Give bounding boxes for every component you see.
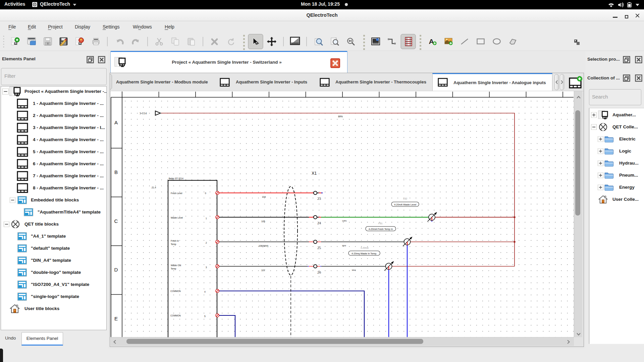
svg-text:Z1.4: Z1.4 — [152, 186, 156, 189]
svg-text:105: 105 — [261, 220, 265, 223]
svg-text:Temp: Temp — [171, 267, 176, 270]
svg-text:Beijer ST-3214: Beijer ST-3214 — [169, 177, 183, 180]
svg-text:GRN: GRN — [342, 220, 346, 222]
svg-text:Waste Level: Waste Level — [171, 217, 183, 219]
svg-text:Fresh Level: Fresh Level — [171, 192, 182, 194]
svg-text:0: 0 — [205, 192, 206, 194]
svg-text:4-20mA Fresh Temp In: 4-20mA Fresh Temp In — [369, 228, 393, 231]
svg-text:B: B — [114, 169, 118, 175]
svg-text:A: A — [114, 120, 118, 125]
svg-text:3: 3 — [206, 266, 207, 268]
svg-text:4-20mA: 4-20mA — [361, 247, 369, 249]
svg-text:1: 1 — [206, 217, 207, 220]
svg-text:COMMON: COMMON — [170, 314, 181, 317]
svg-text:FS1: FS1 — [378, 222, 383, 225]
svg-text:2: 2 — [206, 242, 207, 244]
svg-text:D: D — [114, 267, 118, 273]
svg-text:25: 25 — [317, 246, 321, 250]
svg-text:4: 4 — [204, 291, 206, 293]
svg-text:107: 107 — [261, 269, 265, 272]
svg-text:WHI: WHI — [352, 269, 356, 271]
svg-text:BRN: BRN — [338, 115, 343, 118]
svg-text:24: 24 — [317, 221, 321, 225]
svg-text:LS2: LS2 — [403, 197, 407, 200]
svg-text:5: 5 — [204, 315, 206, 317]
svg-text:Fresh In: Fresh In — [171, 240, 179, 242]
svg-text:C: C — [114, 218, 118, 224]
svg-text:COMMON: COMMON — [170, 290, 181, 292]
svg-text:23: 23 — [317, 196, 321, 200]
svg-text:Temp: Temp — [171, 243, 176, 246]
svg-text:WHI: WHI — [342, 245, 346, 247]
svg-text:Waste Out: Waste Out — [171, 264, 181, 266]
svg-text:106(WHI): 106(WHI) — [259, 245, 268, 247]
svg-text:104: 104 — [262, 196, 266, 198]
svg-text:4-20mq Waste In Temp.: 4-20mq Waste In Temp. — [352, 252, 377, 255]
svg-text:E: E — [114, 316, 118, 321]
svg-text:26: 26 — [317, 270, 321, 274]
svg-text:4-20mA Waste Level: 4-20mA Waste Level — [394, 203, 416, 206]
svg-text:X1: X1 — [312, 171, 317, 176]
svg-text:3-C14: 3-C14 — [140, 112, 147, 115]
